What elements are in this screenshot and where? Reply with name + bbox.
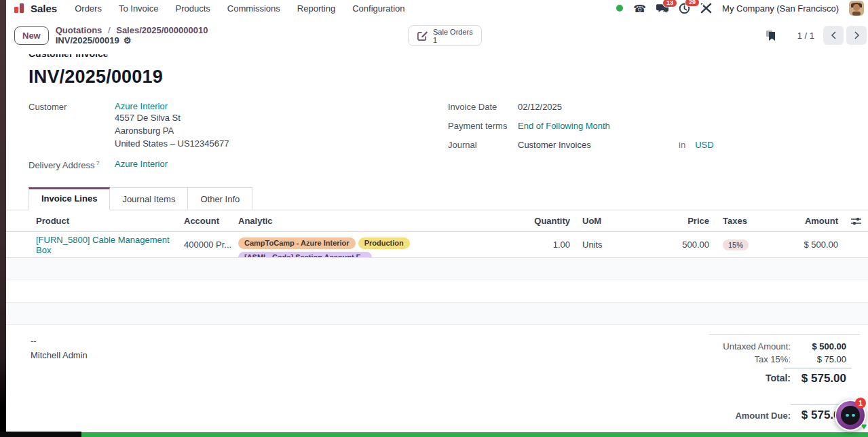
col-header-quantity[interactable]: Quantity: [445, 216, 575, 226]
customer-label: Customer: [29, 101, 115, 150]
new-button[interactable]: New: [14, 26, 49, 45]
uom-cell[interactable]: Units: [575, 232, 623, 257]
empty-line-row[interactable]: [6, 280, 868, 303]
pager-previous-button[interactable]: [823, 26, 844, 45]
customer-address: 4557 De Silva St Aaronsburg PA United St…: [115, 111, 229, 150]
bottom-black-bar: [0, 432, 81, 437]
breadcrumb-sale-order[interactable]: Sales/2025/000000010: [116, 25, 208, 35]
invoice-title[interactable]: INV/2025/00019: [29, 66, 868, 88]
price-cell[interactable]: 500.00: [623, 232, 715, 257]
col-header-account[interactable]: Account: [184, 216, 238, 226]
analytic-tag[interactable]: Production: [358, 238, 410, 249]
untaxed-amount-label: Untaxed Amount:: [709, 340, 791, 353]
payment-terms-link[interactable]: End of Following Month: [518, 121, 610, 131]
product-link[interactable]: [FURN_5800] Cable Management Box: [36, 235, 184, 255]
delivery-address-label: Delivery Address?: [29, 159, 115, 170]
bottom-green-bar: [81, 432, 868, 437]
logo-bar-purple: [20, 3, 24, 13]
tab-invoice-lines[interactable]: Invoice Lines: [29, 187, 110, 210]
notebook-tabs: Invoice Lines Journal Items Other Info: [6, 187, 868, 210]
bookmark-glyph: [766, 30, 776, 41]
livechat-badge: 1: [855, 398, 866, 408]
customer-link[interactable]: Azure Interior: [115, 101, 229, 111]
stat-button-count: 1: [433, 36, 473, 44]
delivery-address-link[interactable]: Azure Interior: [115, 159, 168, 170]
col-header-amount[interactable]: Amount: [759, 216, 844, 226]
payment-terms-field: Payment terms End of Following Month: [448, 120, 860, 131]
main-menu: Orders To Invoice Products Commissions R…: [75, 3, 404, 14]
untaxed-amount-value: $ 500.00: [791, 340, 860, 353]
analytic-tag[interactable]: CampToCamp - Azure Interior: [238, 238, 356, 249]
breadcrumb-quotations[interactable]: Quotations: [56, 25, 102, 35]
optional-columns-icon[interactable]: [844, 217, 868, 225]
bookmark-spreadsheet-icon[interactable]: [766, 30, 776, 41]
nav-item-configuration[interactable]: Configuration: [352, 3, 404, 14]
journal-label: Journal: [448, 139, 518, 150]
field-groups: Customer Azure Interior 4557 De Silva St…: [6, 101, 868, 170]
sale-orders-stat-button[interactable]: Sale Orders 1: [408, 25, 482, 46]
invoice-date-value[interactable]: 02/12/2025: [518, 102, 562, 112]
amount-due-row: Amount Due: $ 575.00: [6, 404, 868, 422]
col-header-analytic[interactable]: Analytic: [238, 216, 445, 226]
livechat-button[interactable]: 1 ♥: [835, 400, 866, 431]
doc-type-label-clipped: Customer Invoice: [29, 54, 868, 59]
messages-icon[interactable]: 13: [656, 3, 668, 14]
nav-item-products[interactable]: Products: [175, 3, 210, 14]
gear-icon[interactable]: ⚙: [124, 35, 132, 45]
nav-item-reporting[interactable]: Reporting: [297, 3, 335, 14]
currency-link[interactable]: USD: [695, 140, 713, 150]
company-switcher[interactable]: My Company (San Francisco): [722, 3, 839, 14]
avatar-photo: [849, 1, 864, 16]
col-header-product[interactable]: Product: [6, 216, 184, 226]
breadcrumb: Quotations / Sales/2025/000000010 INV/20…: [56, 25, 208, 45]
tools-icon[interactable]: [700, 3, 712, 14]
invoice-lines-header: Product Account Analytic Quantity UoM Pr…: [6, 210, 868, 232]
analytic-tag[interactable]: [ASML_Code] Section Account F...: [238, 252, 372, 258]
tax-label: Tax 15%:: [709, 353, 791, 366]
robot-face-icon: [841, 406, 860, 425]
sales-app-icon[interactable]: [14, 3, 25, 14]
invoice-date-field: Invoice Date 02/12/2025: [448, 101, 860, 112]
top-navbar: Sales Orders To Invoice Products Commiss…: [6, 0, 868, 16]
sliders-glyph: [851, 217, 861, 225]
stat-button-label: Sale Orders: [433, 28, 473, 36]
journal-value[interactable]: Customer Invoices: [518, 140, 679, 150]
delivery-address-field: Delivery Address? Azure Interior: [29, 159, 436, 170]
tab-journal-items[interactable]: Journal Items: [110, 187, 188, 210]
nav-item-to-invoice[interactable]: To Invoice: [119, 3, 159, 14]
tools-glyph: [700, 3, 712, 14]
form-footer: -- Mitchell Admin Untaxed Amount: $ 500.…: [6, 334, 868, 387]
quantity-cell[interactable]: 1.00: [445, 232, 575, 257]
tax-value: $ 75.00: [791, 353, 860, 366]
help-tooltip-icon: ?: [96, 159, 100, 166]
invoice-form: Customer Invoice INV/2025/00019 Customer…: [6, 54, 868, 422]
invoice-line-row[interactable]: [FURN_5800] Cable Management Box 400000 …: [6, 232, 868, 258]
edit-document-icon: [417, 30, 428, 41]
chevron-right-icon: [854, 31, 860, 39]
invoice-date-label: Invoice Date: [448, 101, 518, 112]
nav-item-orders[interactable]: Orders: [75, 3, 102, 14]
journal-field: Journal Customer Invoices in USD: [448, 139, 860, 150]
analytic-cell[interactable]: CampToCamp - Azure Interior Production […: [238, 232, 445, 257]
tax-pill[interactable]: 15%: [723, 240, 749, 250]
account-cell[interactable]: 400000 Pr...: [184, 232, 238, 257]
amount-due-label: Amount Due:: [709, 411, 791, 421]
odoo-app-window: Sales Orders To Invoice Products Commiss…: [6, 0, 868, 437]
online-status-dot: [616, 5, 623, 12]
empty-line-row[interactable]: [6, 303, 868, 325]
empty-line-row[interactable]: [6, 258, 868, 280]
totals-block: Untaxed Amount: $ 500.00 Tax 15%: $ 75.0…: [709, 334, 860, 387]
user-avatar[interactable]: [849, 1, 864, 16]
col-header-uom[interactable]: UoM: [575, 216, 623, 226]
pager-next-button[interactable]: [846, 26, 867, 45]
app-name[interactable]: Sales: [31, 3, 57, 14]
nav-item-commissions[interactable]: Commissions: [227, 3, 280, 14]
voip-phone-icon[interactable]: ☎: [633, 3, 646, 14]
col-header-taxes[interactable]: Taxes: [715, 216, 759, 226]
activities-clock-icon[interactable]: 29: [679, 3, 690, 14]
col-header-price[interactable]: Price: [623, 216, 715, 226]
tab-other-info[interactable]: Other Info: [188, 187, 252, 210]
systray: ☎ 13 29: [616, 1, 864, 16]
total-separator: [784, 368, 852, 368]
breadcrumb-separator: /: [108, 25, 111, 35]
